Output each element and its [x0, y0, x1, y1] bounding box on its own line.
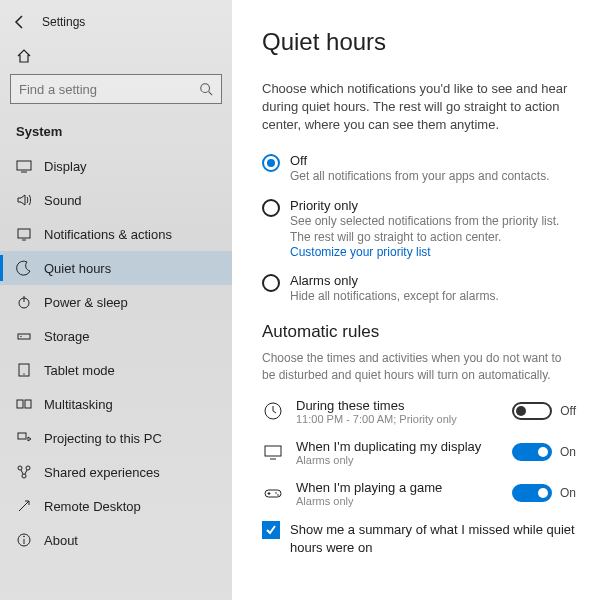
sidebar-item-storage[interactable]: Storage: [0, 319, 232, 353]
svg-rect-13: [18, 433, 26, 439]
sidebar-item-label: Quiet hours: [44, 261, 111, 276]
option-priority-only[interactable]: Priority only See only selected notifica…: [262, 198, 576, 259]
toggle-state: On: [560, 486, 576, 500]
summary-label: Show me a summary of what I missed while…: [290, 521, 576, 557]
rule-sub: Alarms only: [296, 495, 500, 507]
radio-icon: [262, 274, 280, 292]
shared-icon: [16, 464, 32, 480]
option-title: Priority only: [290, 198, 576, 213]
tablet-icon: [16, 362, 32, 378]
moon-icon: [16, 260, 32, 276]
clock-icon: [262, 400, 284, 422]
svg-point-14: [18, 466, 22, 470]
sidebar-item-label: Sound: [44, 193, 82, 208]
checkbox-icon[interactable]: [262, 521, 280, 539]
sidebar-item-remote[interactable]: Remote Desktop: [0, 489, 232, 523]
projecting-icon: [16, 430, 32, 446]
window-title: Settings: [42, 15, 85, 29]
sound-icon: [16, 192, 32, 208]
svg-rect-7: [18, 334, 30, 339]
svg-point-19: [23, 536, 25, 538]
option-desc: See only selected notifications from the…: [290, 213, 576, 245]
rule-sub: 11:00 PM - 7:00 AM; Priority only: [296, 413, 500, 425]
rules-heading: Automatic rules: [262, 322, 576, 342]
rule-sub: Alarms only: [296, 454, 500, 466]
sidebar-item-projecting[interactable]: Projecting to this PC: [0, 421, 232, 455]
sidebar-item-tablet[interactable]: Tablet mode: [0, 353, 232, 387]
svg-point-15: [26, 466, 30, 470]
sidebar-item-notifications[interactable]: Notifications & actions: [0, 217, 232, 251]
summary-checkbox-row[interactable]: Show me a summary of what I missed while…: [262, 521, 576, 557]
sidebar-item-label: Storage: [44, 329, 90, 344]
display-icon: [16, 158, 32, 174]
sidebar-item-power[interactable]: Power & sleep: [0, 285, 232, 319]
monitor-icon: [262, 441, 284, 463]
home-icon[interactable]: [16, 48, 216, 64]
option-alarms-only[interactable]: Alarms only Hide all notifications, exce…: [262, 273, 576, 304]
option-title: Off: [290, 153, 549, 168]
option-off[interactable]: Off Get all notifications from your apps…: [262, 153, 576, 184]
sidebar-item-label: Notifications & actions: [44, 227, 172, 242]
svg-rect-21: [265, 446, 281, 456]
info-icon: [16, 532, 32, 548]
rule-duplicating-display[interactable]: When I'm duplicating my display Alarms o…: [262, 439, 576, 466]
back-icon[interactable]: [12, 14, 28, 30]
sidebar-item-quiet-hours[interactable]: Quiet hours: [0, 251, 232, 285]
option-desc: Hide all notifications, except for alarm…: [290, 288, 499, 304]
rule-title: When I'm duplicating my display: [296, 439, 500, 454]
toggle[interactable]: [512, 484, 552, 502]
storage-icon: [16, 328, 32, 344]
sidebar-item-label: Projecting to this PC: [44, 431, 162, 446]
svg-point-0: [201, 84, 210, 93]
multitasking-icon: [16, 396, 32, 412]
customize-priority-link[interactable]: Customize your priority list: [290, 245, 576, 259]
sidebar-item-label: Multitasking: [44, 397, 113, 412]
svg-rect-2: [17, 161, 31, 170]
sidebar-item-label: Shared experiences: [44, 465, 160, 480]
toggle-state: Off: [560, 404, 576, 418]
toggle[interactable]: [512, 443, 552, 461]
svg-rect-12: [25, 400, 31, 408]
sidebar-item-label: Remote Desktop: [44, 499, 141, 514]
page-title: Quiet hours: [262, 28, 576, 56]
rule-title: During these times: [296, 398, 500, 413]
rule-playing-game[interactable]: When I'm playing a game Alarms only On: [262, 480, 576, 507]
toggle-state: On: [560, 445, 576, 459]
sidebar-item-sound[interactable]: Sound: [0, 183, 232, 217]
search-container: [0, 74, 232, 118]
option-desc: Get all notifications from your apps and…: [290, 168, 549, 184]
rules-sub: Choose the times and activities when you…: [262, 350, 576, 384]
toggle[interactable]: [512, 402, 552, 420]
search-field[interactable]: [19, 82, 199, 97]
sidebar-item-label: Tablet mode: [44, 363, 115, 378]
power-icon: [16, 294, 32, 310]
sidebar: Settings System Display Sound Notificati…: [0, 0, 232, 600]
svg-rect-4: [18, 229, 30, 238]
radio-icon: [262, 199, 280, 217]
sidebar-item-label: About: [44, 533, 78, 548]
search-icon: [199, 82, 213, 96]
main-content: Quiet hours Choose which notifications y…: [232, 0, 600, 600]
rule-title: When I'm playing a game: [296, 480, 500, 495]
svg-point-25: [277, 495, 279, 497]
svg-rect-23: [265, 490, 281, 497]
page-intro: Choose which notifications you'd like to…: [262, 80, 576, 135]
svg-point-8: [20, 336, 21, 337]
notifications-icon: [16, 226, 32, 242]
remote-icon: [16, 498, 32, 514]
rule-during-times[interactable]: During these times 11:00 PM - 7:00 AM; P…: [262, 398, 576, 425]
gamepad-icon: [262, 482, 284, 504]
svg-point-10: [23, 373, 24, 374]
sidebar-item-multitasking[interactable]: Multitasking: [0, 387, 232, 421]
radio-icon: [262, 154, 280, 172]
sidebar-item-about[interactable]: About: [0, 523, 232, 557]
sidebar-item-label: Display: [44, 159, 87, 174]
sidebar-item-shared[interactable]: Shared experiences: [0, 455, 232, 489]
svg-point-24: [275, 493, 277, 495]
svg-point-16: [22, 474, 26, 478]
search-input[interactable]: [10, 74, 222, 104]
sidebar-item-label: Power & sleep: [44, 295, 128, 310]
option-title: Alarms only: [290, 273, 499, 288]
sidebar-item-display[interactable]: Display: [0, 149, 232, 183]
svg-line-1: [209, 92, 213, 96]
